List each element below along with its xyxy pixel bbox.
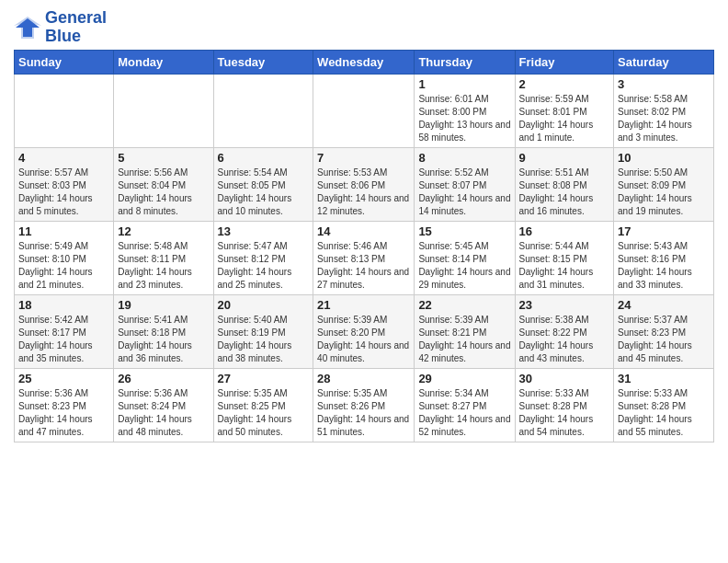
day-number: 8 [418, 151, 510, 165]
day-info: Sunrise: 5:45 AM Sunset: 8:14 PM Dayligh… [418, 240, 510, 292]
day-info: Sunrise: 5:33 AM Sunset: 8:28 PM Dayligh… [519, 387, 610, 439]
calendar-cell: 1Sunrise: 6:01 AM Sunset: 8:00 PM Daylig… [415, 74, 515, 147]
day-number: 4 [18, 151, 109, 165]
day-header-sunday: Sunday [15, 50, 114, 74]
calendar-cell: 18Sunrise: 5:42 AM Sunset: 8:17 PM Dayli… [15, 294, 114, 368]
day-number: 18 [18, 298, 109, 312]
calendar-cell: 17Sunrise: 5:43 AM Sunset: 8:16 PM Dayli… [614, 221, 714, 294]
logo-icon [14, 15, 41, 40]
calendar-cell: 4Sunrise: 5:57 AM Sunset: 8:03 PM Daylig… [15, 147, 114, 221]
day-number: 21 [317, 298, 410, 312]
day-number: 10 [618, 151, 710, 165]
calendar-cell: 14Sunrise: 5:46 AM Sunset: 8:13 PM Dayli… [313, 221, 415, 294]
day-info: Sunrise: 5:35 AM Sunset: 8:26 PM Dayligh… [317, 387, 410, 439]
day-info: Sunrise: 5:52 AM Sunset: 8:07 PM Dayligh… [418, 167, 510, 218]
calendar-week-row: 1Sunrise: 6:01 AM Sunset: 8:00 PM Daylig… [15, 74, 714, 147]
day-number: 25 [18, 372, 109, 385]
day-info: Sunrise: 5:46 AM Sunset: 8:13 PM Dayligh… [317, 240, 410, 292]
day-info: Sunrise: 5:43 AM Sunset: 8:16 PM Dayligh… [618, 240, 710, 292]
calendar-cell: 6Sunrise: 5:54 AM Sunset: 8:05 PM Daylig… [213, 147, 313, 221]
day-number: 7 [317, 151, 410, 165]
day-number: 3 [618, 77, 710, 91]
day-number: 2 [519, 77, 610, 91]
calendar-cell: 5Sunrise: 5:56 AM Sunset: 8:04 PM Daylig… [114, 147, 213, 221]
calendar-cell: 20Sunrise: 5:40 AM Sunset: 8:19 PM Dayli… [213, 294, 313, 368]
calendar-cell: 27Sunrise: 5:35 AM Sunset: 8:25 PM Dayli… [213, 368, 313, 442]
day-number: 26 [118, 372, 209, 385]
day-info: Sunrise: 5:59 AM Sunset: 8:01 PM Dayligh… [519, 93, 610, 144]
calendar-cell: 13Sunrise: 5:47 AM Sunset: 8:12 PM Dayli… [213, 221, 313, 294]
day-number: 20 [218, 298, 310, 312]
day-number: 31 [618, 372, 710, 385]
day-header-wednesday: Wednesday [313, 50, 415, 74]
calendar-cell [114, 74, 213, 147]
calendar-cell: 28Sunrise: 5:35 AM Sunset: 8:26 PM Dayli… [313, 368, 415, 442]
calendar-cell: 12Sunrise: 5:48 AM Sunset: 8:11 PM Dayli… [114, 221, 213, 294]
day-info: Sunrise: 5:36 AM Sunset: 8:24 PM Dayligh… [118, 387, 209, 439]
page-header: General Blue [14, 9, 714, 46]
day-number: 27 [218, 372, 310, 385]
day-info: Sunrise: 5:53 AM Sunset: 8:06 PM Dayligh… [317, 167, 410, 218]
logo-text: General Blue [45, 9, 107, 46]
calendar-cell [213, 74, 313, 147]
day-info: Sunrise: 5:35 AM Sunset: 8:25 PM Dayligh… [218, 387, 310, 439]
calendar-week-row: 11Sunrise: 5:49 AM Sunset: 8:10 PM Dayli… [15, 221, 714, 294]
day-number: 24 [618, 298, 710, 312]
day-info: Sunrise: 5:50 AM Sunset: 8:09 PM Dayligh… [618, 167, 710, 218]
day-number: 11 [18, 224, 109, 238]
calendar-cell [313, 74, 415, 147]
day-info: Sunrise: 5:44 AM Sunset: 8:15 PM Dayligh… [519, 240, 610, 292]
calendar-cell: 2Sunrise: 5:59 AM Sunset: 8:01 PM Daylig… [515, 74, 614, 147]
calendar-cell: 11Sunrise: 5:49 AM Sunset: 8:10 PM Dayli… [15, 221, 114, 294]
day-info: Sunrise: 5:47 AM Sunset: 8:12 PM Dayligh… [218, 240, 310, 292]
day-number: 22 [418, 298, 510, 312]
day-number: 1 [418, 77, 510, 91]
day-number: 30 [519, 372, 610, 385]
day-info: Sunrise: 5:33 AM Sunset: 8:28 PM Dayligh… [618, 387, 710, 439]
calendar-week-row: 4Sunrise: 5:57 AM Sunset: 8:03 PM Daylig… [15, 147, 714, 221]
calendar-cell: 30Sunrise: 5:33 AM Sunset: 8:28 PM Dayli… [515, 368, 614, 442]
day-info: Sunrise: 5:37 AM Sunset: 8:23 PM Dayligh… [618, 314, 710, 365]
calendar-cell: 10Sunrise: 5:50 AM Sunset: 8:09 PM Dayli… [614, 147, 714, 221]
calendar-cell: 29Sunrise: 5:34 AM Sunset: 8:27 PM Dayli… [415, 368, 515, 442]
calendar-cell: 19Sunrise: 5:41 AM Sunset: 8:18 PM Dayli… [114, 294, 213, 368]
day-number: 16 [519, 224, 610, 238]
calendar-cell: 23Sunrise: 5:38 AM Sunset: 8:22 PM Dayli… [515, 294, 614, 368]
day-number: 13 [218, 224, 310, 238]
day-info: Sunrise: 5:42 AM Sunset: 8:17 PM Dayligh… [18, 314, 109, 365]
calendar-cell: 3Sunrise: 5:58 AM Sunset: 8:02 PM Daylig… [614, 74, 714, 147]
day-number: 5 [118, 151, 209, 165]
logo: General Blue [14, 9, 107, 46]
day-header-friday: Friday [515, 50, 614, 74]
day-info: Sunrise: 5:49 AM Sunset: 8:10 PM Dayligh… [18, 240, 109, 292]
day-header-saturday: Saturday [614, 50, 714, 74]
day-info: Sunrise: 5:38 AM Sunset: 8:22 PM Dayligh… [519, 314, 610, 365]
day-number: 17 [618, 224, 710, 238]
day-info: Sunrise: 6:01 AM Sunset: 8:00 PM Dayligh… [418, 93, 510, 144]
day-number: 28 [317, 372, 410, 385]
calendar-cell: 22Sunrise: 5:39 AM Sunset: 8:21 PM Dayli… [415, 294, 515, 368]
calendar-week-row: 18Sunrise: 5:42 AM Sunset: 8:17 PM Dayli… [15, 294, 714, 368]
calendar-cell: 21Sunrise: 5:39 AM Sunset: 8:20 PM Dayli… [313, 294, 415, 368]
day-number: 23 [519, 298, 610, 312]
calendar-cell: 26Sunrise: 5:36 AM Sunset: 8:24 PM Dayli… [114, 368, 213, 442]
calendar-cell: 24Sunrise: 5:37 AM Sunset: 8:23 PM Dayli… [614, 294, 714, 368]
day-number: 6 [218, 151, 310, 165]
day-info: Sunrise: 5:48 AM Sunset: 8:11 PM Dayligh… [118, 240, 209, 292]
day-info: Sunrise: 5:40 AM Sunset: 8:19 PM Dayligh… [218, 314, 310, 365]
calendar-header-row: SundayMondayTuesdayWednesdayThursdayFrid… [15, 50, 714, 74]
day-number: 15 [418, 224, 510, 238]
calendar-cell [15, 74, 114, 147]
day-header-thursday: Thursday [415, 50, 515, 74]
day-info: Sunrise: 5:34 AM Sunset: 8:27 PM Dayligh… [418, 387, 510, 439]
day-number: 29 [418, 372, 510, 385]
day-info: Sunrise: 5:56 AM Sunset: 8:04 PM Dayligh… [118, 167, 209, 218]
calendar-cell: 31Sunrise: 5:33 AM Sunset: 8:28 PM Dayli… [614, 368, 714, 442]
calendar-week-row: 25Sunrise: 5:36 AM Sunset: 8:23 PM Dayli… [15, 368, 714, 442]
day-info: Sunrise: 5:57 AM Sunset: 8:03 PM Dayligh… [18, 167, 109, 218]
day-header-tuesday: Tuesday [213, 50, 313, 74]
calendar-cell: 8Sunrise: 5:52 AM Sunset: 8:07 PM Daylig… [415, 147, 515, 221]
day-info: Sunrise: 5:41 AM Sunset: 8:18 PM Dayligh… [118, 314, 209, 365]
calendar-cell: 7Sunrise: 5:53 AM Sunset: 8:06 PM Daylig… [313, 147, 415, 221]
day-info: Sunrise: 5:39 AM Sunset: 8:21 PM Dayligh… [418, 314, 510, 365]
